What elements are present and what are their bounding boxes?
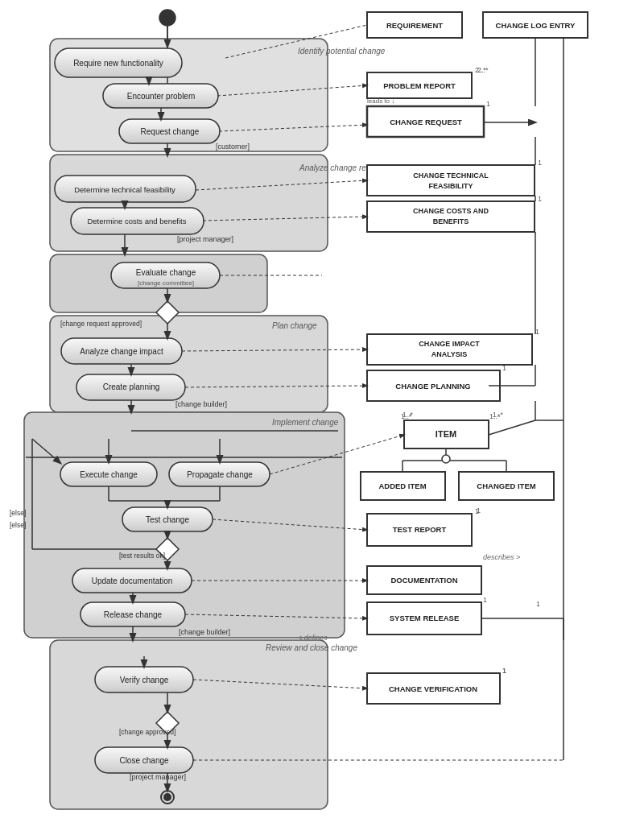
svg-rect-5 <box>50 640 328 809</box>
artifact-change-costs-benefits <box>367 201 535 232</box>
art2-label: CHANGE LOG ENTRY <box>496 21 576 30</box>
art6-label-1: CHANGE COSTS AND <box>413 207 489 215</box>
a3-bracket: [customer] <box>216 143 250 151</box>
tr-mult: 1 <box>477 506 481 515</box>
a1-label: Require new functionality <box>73 59 163 68</box>
a6-label-1: Evaluate change <box>136 268 196 277</box>
art15-label: CHANGE VERIFICATION <box>389 684 477 693</box>
art5-label-2: FEASIBILITY <box>428 182 473 190</box>
cv-mult: 1 <box>502 667 506 675</box>
a12-label: Update documentation <box>92 577 173 585</box>
a5-label: Determine costs and benefits <box>87 217 186 225</box>
a13-label: Release change <box>104 610 163 619</box>
art4-leads: leads to ↓ <box>367 97 394 105</box>
item-mult-r: 1..* <box>489 412 501 420</box>
sl5-label: Implement change <box>272 418 339 427</box>
item-mult-l: 1..* <box>401 412 412 420</box>
a15-bracket: [project manager] <box>130 773 186 781</box>
art4-multiplicity: 1 <box>486 100 490 108</box>
art7-label-2: ANALYSIS <box>431 350 468 358</box>
a2-label: Encounter problem <box>127 92 196 101</box>
art9-label: ITEM <box>436 429 456 439</box>
art10-label: ADDED ITEM <box>378 482 426 490</box>
a8-label: Create planning <box>103 382 160 391</box>
art5-label-1: CHANGE TECHNICAL <box>413 172 489 180</box>
defines-label: < defines <box>298 634 328 642</box>
art3-label: PROBLEM REPORT <box>383 81 456 90</box>
art7-label-1: CHANGE IMPACT <box>419 340 480 348</box>
inherit-circle <box>442 455 450 463</box>
a8-bracket: [change builder] <box>175 400 227 408</box>
art14-multiplicity: 1 <box>483 596 487 604</box>
a5-bracket: [project manager] <box>177 235 233 243</box>
a4-label: Determine technical feasibility <box>74 185 175 194</box>
a15-label: Close change <box>119 756 169 765</box>
art12-label: TEST REPORT <box>393 525 447 534</box>
a10-label: Propagate change <box>187 470 253 479</box>
art8-label: CHANGE PLANNING <box>395 382 470 391</box>
art5-multiplicity: 1 <box>538 159 542 167</box>
artifact-change-impact-analysis <box>367 334 532 365</box>
a3-label: Request change <box>141 127 200 136</box>
test-results-label: [test results ok] <box>119 552 165 560</box>
art13-label: DOCUMENTATION <box>390 576 457 585</box>
item-right-conn2 <box>489 420 535 435</box>
a13-bracket: [change builder] <box>179 628 230 636</box>
art8-multiplicity: 1 <box>502 364 506 372</box>
art11-label: CHANGED ITEM <box>477 482 535 490</box>
else-label-2: [else] <box>10 521 26 529</box>
a6-label-2: [change committee] <box>138 279 194 287</box>
diagram-svg: Identify potential change Analyze change… <box>0 0 644 835</box>
describes-label: describes > <box>483 553 520 561</box>
a11-label: Test change <box>146 515 189 524</box>
a9-label: Execute change <box>80 470 138 479</box>
artifact-change-tech-feasibility <box>367 165 535 196</box>
a14-label: Verify change <box>120 676 169 684</box>
art7-multiplicity: 1 <box>535 328 539 336</box>
art1-label: REQUIREMENT <box>386 21 443 30</box>
sl1-label: Identify potential change <box>298 47 386 56</box>
sl6-label: Review and close change <box>266 643 357 652</box>
diagram-container: Identify potential change Analyze change… <box>0 0 644 835</box>
art6-multiplicity: 1 <box>538 195 542 203</box>
a7-label: Analyze change impact <box>80 347 163 356</box>
start-node <box>159 10 175 26</box>
art14-label: SYSTEM RELEASE <box>390 614 460 622</box>
art6-label-2: BENEFITS <box>433 217 469 225</box>
art4-label: CHANGE REQUEST <box>390 118 462 126</box>
end-node-inner <box>163 793 171 801</box>
req-mult: 2..* <box>475 66 486 74</box>
sr-mult: 1 <box>536 600 540 608</box>
sl4-label: Plan change <box>272 321 317 330</box>
else-label-1: [else] <box>10 509 26 517</box>
cra-label: [change request approved] <box>60 320 142 328</box>
